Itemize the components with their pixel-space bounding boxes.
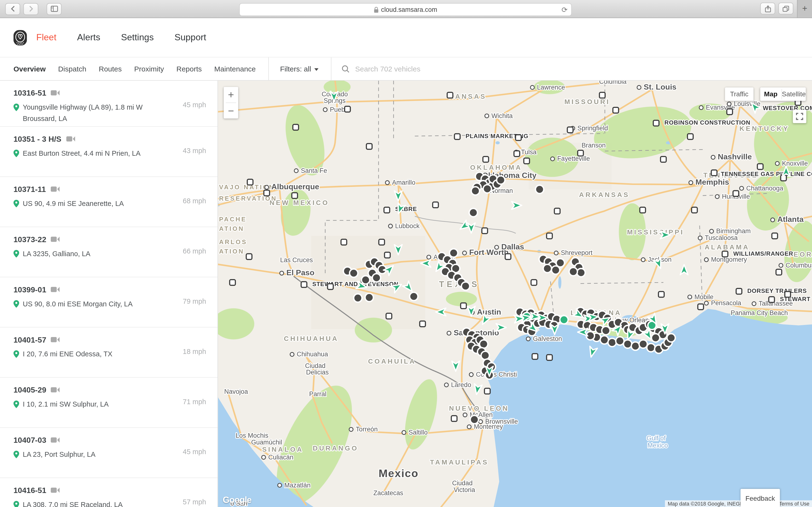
poi-marker[interactable] [341, 239, 347, 245]
vehicle-marker-stopped[interactable] [631, 342, 640, 350]
nav-fleet[interactable]: Fleet [36, 32, 56, 43]
poi-marker[interactable] [483, 157, 489, 162]
poi-marker[interactable] [247, 179, 253, 185]
poi-marker[interactable] [711, 170, 717, 176]
vehicle-list-item[interactable]: 10416-51 LA 308, 7.0 mi SE Raceland, LA … [0, 478, 217, 507]
poi-marker[interactable] [485, 388, 490, 394]
new-tab-button[interactable]: + [797, 0, 812, 18]
vehicle-marker-stopped[interactable] [652, 334, 660, 342]
poi-marker[interactable] [524, 158, 530, 164]
vehicle-list-item[interactable]: 10399-01 US 90, 8.0 mi ESE Morgan City, … [0, 277, 217, 328]
poi-marker[interactable] [653, 120, 659, 126]
vehicle-marker-stopped[interactable] [569, 268, 577, 276]
tab-routes[interactable]: Routes [99, 65, 122, 73]
feedback-button[interactable]: Feedback [741, 489, 780, 507]
poi-marker[interactable] [301, 282, 307, 288]
poi-marker[interactable] [505, 254, 511, 260]
poi-marker[interactable] [785, 292, 791, 297]
vehicle-marker-stopped[interactable] [349, 269, 358, 277]
poi-marker[interactable] [692, 207, 698, 213]
vehicle-marker-stopped[interactable] [354, 294, 362, 302]
search-input[interactable] [354, 64, 449, 74]
vehicle-marker-stopped[interactable] [481, 351, 489, 359]
vehicle-marker-stopped[interactable] [469, 209, 477, 217]
tab-overview[interactable]: Overview [13, 65, 46, 73]
map-pane[interactable]: KANSASMISSOURIKENTUCKYOKLAHOMATENNESSEEA… [218, 80, 812, 507]
vehicle-marker-stopped[interactable] [577, 269, 585, 277]
poi-marker[interactable] [451, 416, 457, 421]
poi-marker[interactable] [292, 193, 298, 199]
fullscreen-button[interactable] [793, 110, 806, 123]
vehicle-marker-stopped[interactable] [608, 338, 616, 346]
samsara-logo[interactable] [13, 30, 27, 45]
vehicle-marker-stopped[interactable] [536, 185, 544, 193]
nav-settings[interactable]: Settings [121, 32, 154, 43]
poi-marker[interactable] [246, 254, 252, 260]
vehicle-list-item[interactable]: 10316-51 Youngsville Highway (LA 89), 1.… [0, 80, 217, 127]
poi-marker[interactable] [547, 233, 552, 239]
tab-dispatch[interactable]: Dispatch [58, 65, 87, 73]
vehicle-marker-stopped[interactable] [372, 274, 380, 282]
vehicle-list-item[interactable]: 10405-29 I 10, 2.1 mi SW Sulphur, LA 71 … [0, 378, 217, 428]
vehicle-marker-stopped[interactable] [647, 344, 655, 352]
poi-marker[interactable] [293, 124, 299, 130]
poi-marker[interactable] [613, 107, 619, 113]
poi-marker[interactable] [461, 303, 466, 309]
traffic-toggle-button[interactable]: Traffic [725, 88, 754, 101]
vehicle-marker-stopped[interactable] [623, 340, 632, 348]
poi-marker[interactable] [688, 134, 693, 139]
poi-marker[interactable] [698, 304, 704, 310]
zoom-in-button[interactable]: + [224, 87, 238, 102]
poi-marker[interactable] [447, 93, 453, 98]
poi-marker[interactable] [776, 269, 782, 275]
poi-marker[interactable] [230, 280, 236, 285]
vehicle-list-item[interactable]: 10351 - 3 H/S East Burton Street, 4.4 mi… [0, 127, 217, 177]
poi-marker[interactable] [547, 355, 552, 360]
reload-icon[interactable]: ⟳ [561, 6, 567, 13]
poi-marker[interactable] [727, 109, 733, 115]
poi-marker[interactable] [554, 208, 560, 214]
map-type-map-button[interactable]: Map [760, 88, 781, 101]
vehicle-marker-stopped[interactable] [616, 337, 624, 345]
poi-marker[interactable] [660, 157, 666, 162]
vehicle-marker-active[interactable] [560, 316, 568, 324]
poi-marker[interactable] [769, 297, 774, 302]
map-type-satellite-button[interactable]: Satellite [782, 88, 806, 101]
poi-marker[interactable] [515, 135, 521, 140]
zoom-out-button[interactable]: − [224, 103, 238, 118]
vehicle-marker-stopped[interactable] [600, 336, 609, 344]
tab-proximity[interactable]: Proximity [134, 65, 164, 73]
back-button[interactable] [5, 3, 20, 15]
poi-marker[interactable] [327, 284, 333, 289]
poi-marker[interactable] [454, 134, 460, 139]
nav-support[interactable]: Support [174, 32, 206, 43]
poi-marker[interactable] [264, 190, 270, 196]
vehicle-marker-stopped[interactable] [483, 185, 491, 193]
poi-marker[interactable] [482, 228, 488, 234]
poi-marker[interactable] [345, 106, 350, 112]
poi-marker[interactable] [577, 151, 583, 156]
poi-marker[interactable] [722, 251, 728, 257]
sidebar-toggle-button[interactable] [47, 3, 62, 15]
vehicle-marker-stopped[interactable] [410, 292, 418, 300]
poi-marker[interactable] [386, 314, 392, 319]
poi-marker[interactable] [366, 144, 372, 150]
address-bar[interactable]: cloud.samsara.com ⟳ [239, 3, 572, 16]
poi-marker[interactable] [379, 239, 385, 245]
tab-reports[interactable]: Reports [176, 65, 202, 73]
vehicle-marker-stopped[interactable] [365, 293, 373, 301]
poi-marker[interactable] [420, 321, 425, 327]
poi-marker[interactable] [659, 292, 664, 297]
vehicle-marker-stopped[interactable] [450, 249, 458, 257]
vehicle-list-item[interactable]: 10373-22 LA 3235, Galliano, LA 66 mph [0, 227, 217, 277]
vehicle-marker-stopped[interactable] [471, 187, 479, 195]
vehicle-marker-stopped[interactable] [639, 340, 647, 348]
poi-marker[interactable] [599, 93, 605, 98]
poi-marker[interactable] [514, 151, 520, 157]
map-canvas[interactable]: KANSASMISSOURIKENTUCKYOKLAHOMATENNESSEEA… [218, 80, 812, 507]
poi-marker[interactable] [433, 202, 439, 208]
nav-alerts[interactable]: Alerts [77, 32, 100, 43]
tab-maintenance[interactable]: Maintenance [214, 65, 256, 73]
vehicle-list-item[interactable]: 10407-03 LA 23, Port Sulphur, LA 45 mph [0, 428, 217, 478]
poi-marker[interactable] [757, 164, 763, 169]
